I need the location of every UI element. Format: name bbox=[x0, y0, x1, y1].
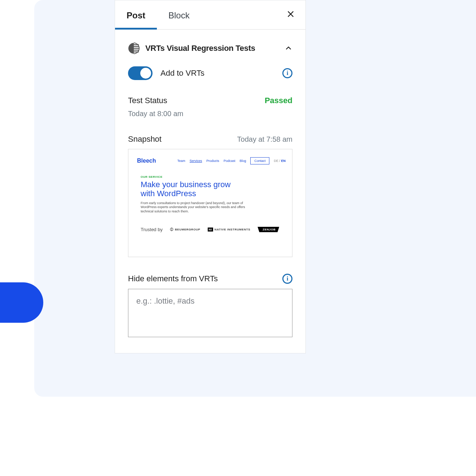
snap-nav-lang: DE / EN bbox=[274, 159, 286, 163]
hide-elements-input[interactable] bbox=[128, 289, 292, 337]
brand-zenjob: ZENJOB bbox=[257, 227, 279, 232]
info-icon[interactable]: i bbox=[282, 68, 292, 78]
brand-native: NINATIVE INSTRUMENTS bbox=[208, 228, 251, 232]
status-label: Test Status bbox=[128, 96, 167, 105]
snap-nav-team: Team bbox=[177, 159, 185, 163]
snap-trusted: Trusted by BEUMERGROUP NINATIVE INSTRUME… bbox=[128, 214, 292, 232]
info-icon[interactable]: i bbox=[282, 274, 292, 284]
panel-title: VRTs Visual Regression Tests bbox=[145, 44, 255, 53]
close-button[interactable] bbox=[276, 1, 305, 29]
snap-logo: Bleech bbox=[137, 158, 156, 164]
add-to-vrts-row: Add to VRTs i bbox=[128, 64, 292, 90]
snap-headline: Make your business grow with WordPress bbox=[128, 178, 244, 198]
snap-nav-contact: Contact bbox=[250, 157, 269, 164]
snap-nav-podcast: Podcast bbox=[224, 159, 235, 163]
status-time: Today at 8:00 am bbox=[128, 105, 292, 118]
panel-header[interactable]: VRTs Visual Regression Tests bbox=[128, 30, 292, 64]
add-to-vrts-toggle[interactable] bbox=[128, 66, 153, 80]
snapshot-time: Today at 7:58 am bbox=[237, 135, 292, 144]
chevron-up-icon bbox=[285, 44, 292, 52]
snap-nav-services: Services bbox=[190, 159, 202, 163]
panel-body: VRTs Visual Regression Tests Add to VRTs… bbox=[115, 30, 305, 353]
snap-overline: OUR SERVICE bbox=[128, 168, 292, 178]
close-icon bbox=[287, 10, 295, 18]
tab-post[interactable]: Post bbox=[115, 0, 157, 29]
snap-desc: From early consultations to project hand… bbox=[128, 198, 247, 214]
sidebar-tabs: Post Block bbox=[115, 0, 305, 30]
snapshot-label: Snapshot bbox=[128, 135, 162, 144]
snap-nav-products: Products bbox=[206, 159, 219, 163]
toggle-knob bbox=[140, 68, 151, 79]
snap-nav-blog: Blog bbox=[239, 159, 246, 163]
status-value: Passed bbox=[265, 96, 292, 105]
hide-label: Hide elements from VRTs bbox=[128, 274, 218, 283]
snap-nav: Team Services Products Podcast Blog Cont… bbox=[177, 157, 286, 164]
hide-elements-row: Hide elements from VRTs i bbox=[128, 257, 292, 284]
brand-beumer: BEUMERGROUP bbox=[170, 228, 200, 231]
tab-block[interactable]: Block bbox=[157, 0, 201, 29]
snapshot-preview[interactable]: Bleech Team Services Products Podcast Bl… bbox=[128, 149, 292, 257]
decorative-circle bbox=[0, 282, 43, 323]
status-row: Test Status Passed bbox=[128, 90, 292, 105]
snapshot-row: Snapshot Today at 7:58 am bbox=[128, 118, 292, 144]
trusted-label: Trusted by bbox=[141, 227, 163, 232]
vrts-icon bbox=[128, 43, 140, 54]
toggle-label: Add to VRTs bbox=[160, 69, 204, 78]
snap-header: Bleech Team Services Products Podcast Bl… bbox=[128, 149, 292, 168]
inspector-sidebar: Post Block VRTs Visual Regression Tests bbox=[115, 0, 306, 353]
